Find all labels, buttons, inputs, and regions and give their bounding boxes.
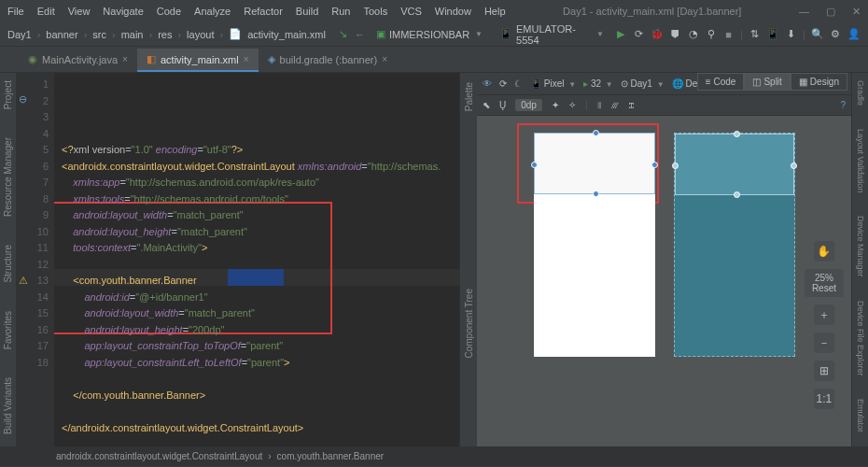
design-canvas[interactable]: ✋ 25% Reset ＋ － ⊞ 1:1: [477, 116, 851, 446]
menu-navigate[interactable]: Navigate: [103, 6, 143, 17]
crumb-module[interactable]: banner: [46, 29, 77, 40]
debug-icon[interactable]: 🐞: [651, 28, 664, 41]
code-editor[interactable]: ≡Code ◫Split ▦Design 1234567891011121314…: [17, 73, 851, 446]
select-icon[interactable]: ⬉: [483, 100, 490, 110]
menu-run[interactable]: Run: [331, 6, 350, 17]
code-content[interactable]: <?xml version="1.0" encoding="utf-8"?> <…: [54, 73, 459, 446]
xml-file-icon: ◧: [147, 53, 156, 65]
align-icon[interactable]: ⫴: [597, 100, 601, 111]
crumb-main[interactable]: main: [121, 29, 144, 40]
crumb-project[interactable]: Day1: [7, 29, 32, 40]
maximize-icon[interactable]: ▢: [826, 6, 835, 18]
autoconnect-icon[interactable]: Ų: [499, 100, 506, 110]
menu-build[interactable]: Build: [296, 6, 318, 17]
fit-icon[interactable]: ⊞: [814, 361, 834, 381]
tab-close-icon[interactable]: ×: [122, 54, 128, 64]
back-icon[interactable]: ←: [355, 29, 365, 40]
infer-constraints-icon[interactable]: ✧: [568, 100, 576, 110]
palette-label[interactable]: Palette: [464, 82, 474, 111]
tool-structure[interactable]: Structure: [3, 245, 13, 283]
attach-debugger-icon[interactable]: ⚲: [705, 28, 717, 41]
menu-refactor[interactable]: Refactor: [244, 6, 283, 17]
crumb-banner[interactable]: com.youth.banner.Banner: [277, 451, 385, 461]
close-icon[interactable]: ✕: [852, 6, 861, 18]
banner-view-blueprint[interactable]: [675, 134, 794, 195]
actual-size-icon[interactable]: 1:1: [814, 389, 834, 409]
menu-edit[interactable]: Edit: [37, 6, 55, 17]
menu-code[interactable]: Code: [157, 6, 181, 17]
menu-analyze[interactable]: Analyze: [194, 6, 231, 17]
menu-vcs[interactable]: VCS: [400, 6, 422, 17]
crumb-constraint-layout[interactable]: androidx.constraintlayout.widget.Constra…: [56, 451, 262, 461]
orientation-icon[interactable]: ⟳: [499, 78, 507, 89]
tab-activity-main[interactable]: ◧ activity_main.xml ×: [137, 49, 259, 72]
minimize-icon[interactable]: —: [799, 6, 809, 18]
crumb-layout[interactable]: layout: [187, 29, 214, 40]
view-split-button[interactable]: ◫Split: [744, 73, 790, 91]
coverage-icon[interactable]: ⛊: [669, 28, 681, 41]
tab-close-icon[interactable]: ×: [244, 54, 249, 64]
run-config-dropdown[interactable]: ▣ IMMERSIONBAR ▼: [371, 26, 488, 42]
tab-mainactivity[interactable]: ◉ MainActivity.java ×: [19, 49, 137, 72]
profiler-icon[interactable]: ◔: [687, 28, 699, 41]
menu-window[interactable]: Window: [435, 6, 471, 17]
tab-close-icon[interactable]: ×: [382, 54, 387, 64]
zoom-level[interactable]: 25% Reset: [805, 269, 844, 297]
tool-resource-manager[interactable]: Resource Manager: [3, 137, 13, 217]
design-icon: ▦: [799, 77, 807, 87]
stop-icon[interactable]: ■: [722, 28, 735, 41]
tool-gradle[interactable]: Gradle: [856, 80, 865, 106]
crumb-res[interactable]: res: [158, 29, 172, 40]
night-icon[interactable]: ☾: [514, 78, 523, 89]
tab-build-gradle[interactable]: ◈ build.gradle (:banner) ×: [259, 49, 397, 72]
theme-dropdown[interactable]: ⊙ Day1 ▼: [621, 78, 665, 89]
zoom-out-icon[interactable]: －: [814, 333, 834, 353]
settings-icon[interactable]: ⚙: [830, 28, 842, 41]
account-icon[interactable]: 👤: [847, 28, 861, 41]
pan-icon[interactable]: ✋: [814, 241, 834, 262]
tool-emulator[interactable]: Emulator: [856, 399, 865, 432]
default-margin[interactable]: 0dp: [515, 99, 542, 111]
menu-tools[interactable]: Tools: [363, 6, 387, 17]
vcs-icon[interactable]: ⇅: [749, 28, 761, 41]
design-preview[interactable]: [534, 133, 655, 357]
guidelines-icon[interactable]: Ɪ: [629, 100, 634, 110]
tool-build-variants[interactable]: Build Variants: [3, 377, 13, 434]
crumb-src[interactable]: src: [92, 29, 106, 40]
tool-favorites[interactable]: Favorites: [3, 311, 13, 349]
main-menu: File Edit View Navigate Code Analyze Ref…: [7, 6, 506, 17]
component-tree-label[interactable]: Component Tree: [464, 289, 474, 359]
search-icon[interactable]: 🔍: [811, 28, 824, 41]
tool-file-explorer[interactable]: Device File Explorer: [856, 301, 865, 376]
device-type-dropdown[interactable]: 📱 Pixel ▼: [530, 78, 576, 89]
view-design-button[interactable]: ▦Design: [791, 73, 847, 91]
eye-icon[interactable]: 👁: [483, 78, 492, 89]
crumb-file[interactable]: activity_main.xml: [247, 29, 326, 40]
left-tool-strip: Project Resource Manager Structure Favor…: [0, 73, 17, 446]
run-icon[interactable]: ▶: [615, 28, 627, 41]
sdk-icon[interactable]: ⬇: [785, 28, 797, 41]
pack-icon[interactable]: ⫻: [610, 100, 620, 110]
tool-project[interactable]: Project: [3, 80, 13, 109]
clear-constraints-icon[interactable]: ✦: [552, 100, 559, 110]
banner-view[interactable]: [534, 133, 655, 194]
right-tool-strip: Gradle Layout Validation Device Manager …: [851, 73, 868, 446]
menu-help[interactable]: Help: [484, 6, 506, 17]
menu-view[interactable]: View: [68, 6, 91, 17]
layout-designer: Palette Component Tree 👁 ⟳ ☾ 📱 Pixel ▼ ▸…: [459, 73, 851, 446]
collapse-icon[interactable]: ⊖: [19, 92, 27, 108]
sync-icon[interactable]: ↘: [337, 28, 349, 41]
warning-icon[interactable]: ⚠: [19, 273, 28, 290]
tool-layout-validation[interactable]: Layout Validation: [856, 129, 865, 192]
editor-tabs: ◉ MainActivity.java × ◧ activity_main.xm…: [0, 47, 868, 73]
help-icon[interactable]: ?: [840, 100, 846, 110]
apply-changes-icon[interactable]: ⟳: [633, 28, 645, 41]
tool-device-manager[interactable]: Device Manager: [856, 216, 865, 277]
zoom-in-icon[interactable]: ＋: [814, 304, 834, 325]
api-dropdown[interactable]: ▸ 32 ▼: [583, 78, 613, 89]
menu-file[interactable]: File: [7, 6, 24, 17]
avd-icon[interactable]: 📱: [766, 28, 779, 41]
blueprint-preview[interactable]: [674, 133, 795, 357]
view-code-button[interactable]: ≡Code: [697, 73, 745, 91]
device-dropdown[interactable]: 📱 EMULATOR-5554 ▼: [494, 21, 609, 48]
